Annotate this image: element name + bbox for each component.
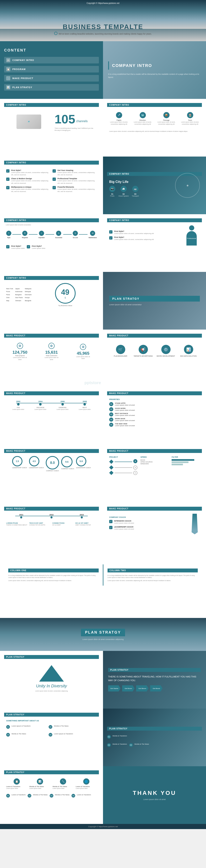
mpicon-3: ⚙️ MICRO DEVELOPMENT bbox=[154, 344, 177, 358]
cities-right: MalaysiaEthiopiaDenmarkKenyaBangkok bbox=[25, 287, 31, 302]
col2-header: COLUMN TWO bbox=[108, 568, 198, 572]
arrow-btn-1[interactable]: Get Starter bbox=[108, 685, 120, 691]
slide8-text: Lorem ipsum dolor sit amet consectetur bbox=[4, 222, 99, 227]
pnb-num-1: 01 bbox=[6, 794, 10, 798]
globe-icon bbox=[54, 32, 57, 35]
arrow-btn-3[interactable]: Get Bloom bbox=[136, 685, 149, 691]
nav-icon-1: 🏢 bbox=[6, 58, 10, 62]
section-header-last: PLAN STRATGY bbox=[4, 770, 99, 774]
row-11: PLAN STRATGY Unity In Diversity Lorem ip… bbox=[0, 651, 206, 709]
tl-desc-1: Lorem ipsum dolor bbox=[12, 408, 24, 410]
plan-stratgy-banner: PLAN STRATGY Lorem ipsum dolor sit amet … bbox=[0, 618, 206, 651]
section-header-18: MAKE PRODUCT bbox=[107, 507, 202, 510]
slide-pencil: MAKE PRODUCT COMPANY COACH ✓ INTENSIVE C… bbox=[103, 503, 206, 560]
pl-label-4: Lorem & Transform bbox=[76, 785, 97, 787]
tl-4: 2008 NEXT Lorem ipsum dolor bbox=[79, 400, 91, 410]
suffix-49: § bbox=[65, 297, 66, 299]
col1-extra: Lorem ipsum dolor sit amet, consectetur … bbox=[8, 580, 99, 582]
p22-num-2: 02 bbox=[49, 725, 52, 729]
makeproduct-label: PLAN STRATGY bbox=[112, 297, 140, 300]
icon-direction: 🗺️ bbox=[140, 112, 146, 118]
arrow-btn-2[interactable]: Get Boom bbox=[122, 685, 135, 691]
hero-subtitle: We've been crafting beautiful websites, … bbox=[59, 33, 152, 35]
section-header-4: COMPANY INTRO bbox=[4, 103, 99, 107]
ytl-2022: 2022 bbox=[50, 514, 54, 519]
check-8-1: ✓ First Style? Lorem ipsum dolor bbox=[6, 245, 25, 249]
p22-text-2: Worlds & The News bbox=[54, 725, 68, 727]
mp-icon-cart: 🛒 bbox=[116, 345, 125, 354]
cstat-2: 4.5 LEADERSHIP COACH bbox=[29, 456, 44, 471]
step-2: 02 GOOD WORK Lorem ipsum dolor sit amet bbox=[109, 407, 200, 411]
nav-text-3: MAKE PRODUCT bbox=[12, 77, 33, 80]
city-item-2: ☁️ 02 Cloud System bbox=[118, 186, 129, 197]
p22-item-2: 02 Worlds & The News bbox=[49, 725, 89, 729]
p22-num-1: 01 bbox=[6, 725, 10, 729]
two-col-area: COLUMN ONE It is a long established fact… bbox=[4, 564, 202, 586]
proc-5: G Go-Live bbox=[73, 231, 78, 238]
pl-icon-4: 🌐 bbox=[83, 778, 89, 784]
label-flights: Flights bbox=[108, 119, 130, 121]
check-icon-9-2: ✓ bbox=[109, 236, 113, 240]
section-header-9: COMPANY INTRO bbox=[107, 218, 202, 222]
nav-icon-4: 📊 bbox=[6, 85, 10, 89]
stat-3: ⚙️ 45,965 Lorem ipsum dolor sit amet bbox=[75, 344, 91, 360]
row-2: COMPANY INTRO 🗺️ 105 channels There is s… bbox=[0, 99, 206, 157]
circle-4: 9.6 bbox=[61, 456, 72, 467]
nav-item-1[interactable]: 🏢 COMPANY INTRO bbox=[4, 57, 99, 63]
connector-5 bbox=[79, 234, 88, 235]
step-num-4: 04 bbox=[109, 417, 113, 422]
row-10: COLUMN ONE It is a long established fact… bbox=[0, 560, 206, 618]
pencil-check-1: ✓ bbox=[109, 520, 113, 523]
ytl-item-3: CONNECTIONS DO LE AMET bbox=[52, 522, 74, 526]
col-1-area: COLUMN ONE It is a long established fact… bbox=[4, 564, 104, 586]
p22-item-1: 01 Lorem Ipsum & Transform bbox=[6, 725, 47, 729]
tl-2: 2004 PACKAGE Lorem ipsum dolor bbox=[34, 400, 46, 410]
stat-icon-2: ⚙️ bbox=[49, 343, 55, 349]
filter-bar-3 bbox=[172, 464, 183, 465]
section-header-22: PLAN STRATGY bbox=[4, 713, 99, 717]
nav-item-3[interactable]: 🔧 MAKE PRODUCT bbox=[4, 75, 99, 82]
big-49-area: 49 § Try Business Ideas bbox=[34, 283, 97, 307]
proj-row-3: ★ bbox=[109, 471, 138, 475]
section-header-8: COMPANY INTRO bbox=[4, 218, 99, 222]
proc-4: S Successful bbox=[55, 231, 62, 238]
check-text-2: Clean & Modern Design Lorem ipsum dolor … bbox=[11, 178, 51, 184]
col2-extra: Lorem ipsum dolor sit amet, consectetur … bbox=[108, 580, 198, 582]
diamond-3 bbox=[109, 471, 114, 475]
pl-label-1: Lorem & Transform bbox=[6, 785, 27, 787]
row-1: CONTENT 🏢 COMPANY INTRO 📋 PROGRAM 🔧 MAKE… bbox=[0, 41, 206, 99]
nav-item-2[interactable]: 📋 PROGRAM bbox=[4, 66, 99, 72]
plan23-more: 02 Worlds & Transform 03 Worlds & The Ne… bbox=[107, 742, 202, 748]
stat-2: ⚙️ 15,631 Total customers Lorem ipsum do… bbox=[43, 343, 60, 361]
diamond-1 bbox=[109, 460, 114, 464]
check-icon-8-2: ✓ bbox=[27, 245, 30, 248]
ytl-dot-2 bbox=[51, 517, 53, 519]
stat-1: ⚙️ 124,750 Total projects Lorem ipsum do… bbox=[12, 343, 28, 361]
cities-mid: JapanIndonesiaBangkokSao PauloVietnam bbox=[15, 287, 23, 302]
pnb-2: 02 Worlds & The News bbox=[28, 794, 48, 798]
step-text-2: GOOD WORK Lorem ipsum dolor sit amet bbox=[115, 407, 135, 411]
conn-2 bbox=[115, 467, 132, 468]
col1-header: COLUMN ONE bbox=[8, 568, 99, 572]
step-4: 04 WORK BASE Lorem ipsum dolor sit amet bbox=[109, 417, 200, 422]
section-header-20: PLAN STRATGY bbox=[4, 655, 99, 659]
p23-text-1: Worlds & Transform bbox=[113, 735, 127, 737]
step-text-1: STAND APPR Lorem ipsum dolor sit amet bbox=[115, 402, 135, 406]
slide-plan23: PLAN STRATGY 01 Worlds & Transform 02 Wo… bbox=[103, 709, 206, 766]
slide-timeline: MAKE PRODUCT 2002 F5S Lorem ipsum dolor … bbox=[0, 387, 103, 445]
slide-checklist: COMPANY INTRO ✓ First Style? Lorem ipsum… bbox=[0, 157, 103, 214]
check-item-4: ✓ Get Your Amazing Lorem ipsum dolor sit… bbox=[53, 169, 97, 176]
proc-2: R Required bbox=[22, 231, 28, 238]
big-number-suffix: channels bbox=[76, 120, 88, 123]
diamond-2 bbox=[109, 465, 114, 470]
stat-num-2: 15,631 bbox=[43, 350, 60, 355]
circle-2: 4.5 bbox=[29, 456, 39, 466]
plan-numbered-bottom: 01 Lorem & Transform 02 Worlds & The New… bbox=[6, 793, 97, 799]
desc-direction: Lorem ipsum dolor sit amet, consectetur … bbox=[132, 121, 153, 125]
nav-text-1: COMPANY INTRO bbox=[12, 59, 34, 61]
cloud-icon: ☁️ bbox=[120, 186, 127, 192]
ytl-dot-1 bbox=[20, 517, 22, 519]
arrow-btn-4[interactable]: Get Boost bbox=[150, 685, 163, 691]
nav-item-4[interactable]: 📊 PLAN STRATGY bbox=[4, 84, 99, 91]
section-header-15: MAKE PRODUCT bbox=[4, 449, 99, 453]
